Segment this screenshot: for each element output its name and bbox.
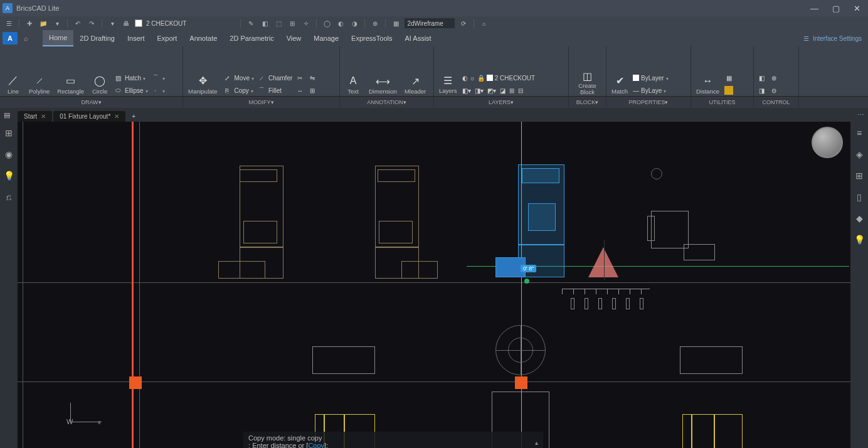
layer-state-5[interactable]: ⊞ [509,87,514,94]
tool-polyline[interactable]: ⟋Polyline [26,73,52,96]
redo-icon[interactable]: ↷ [87,18,97,28]
menu-home[interactable]: Home [43,30,73,46]
close-tab-icon[interactable]: ✕ [114,113,119,120]
menu-ai-assist[interactable]: AI Assist [398,30,437,46]
menu-expresstools[interactable]: ExpressTools [345,30,398,46]
tabs-menu-icon[interactable]: ▤ [4,111,10,119]
tool-icon-7[interactable]: ◐ [336,18,346,28]
prop-linetype[interactable]: —ByLaye [633,85,669,96]
command-expand-icon[interactable]: ▴ [535,439,538,446]
tool-fillet[interactable]: ⌒Fillet [257,85,292,96]
panel-icon-r2[interactable]: ◈ [856,149,863,159]
prop-color[interactable]: ByLayer [633,72,669,83]
panel-icon-4[interactable]: ⎌ [6,192,11,202]
ctrl-3[interactable]: ⊕ [769,72,779,83]
tool-match[interactable]: ✔Match [609,73,630,96]
tool-dimension[interactable]: ⟷Dimension [366,73,400,96]
tool-chamfer[interactable]: ⟋Chamfer [257,72,292,83]
tool-point[interactable]: · [151,85,165,96]
ctrl-2[interactable]: ◨ [756,85,766,96]
panel-icon-r3[interactable]: ⊞ [855,171,863,181]
panel-icon-2[interactable]: ◉ [5,149,13,159]
start-search-icon[interactable]: ⌕ [24,35,35,42]
menu-annotate[interactable]: Annotate [183,30,223,46]
tool-rectangle[interactable]: ▭Rectangle [55,73,87,96]
search-icon[interactable]: ⌕ [479,18,489,28]
interface-settings-link[interactable]: Interface Settings [813,35,862,42]
panel-icon-1[interactable]: ⊞ [5,128,13,138]
tab-start[interactable]: Start✕ [18,111,52,122]
panel-icon-r5[interactable]: ◆ [856,213,863,223]
tool-line[interactable]: ／Line [3,73,24,96]
save-icon[interactable]: ▾ [52,18,62,28]
tool-trim[interactable]: ✂ [295,72,305,83]
menu-export[interactable]: Export [151,30,184,46]
grip-marker[interactable] [515,376,527,389]
tool-icon-10[interactable]: ▦ [391,18,401,28]
tool-icon-5[interactable]: ✧ [301,18,311,28]
current-layer-name[interactable]: 2 CHECKOUT [146,20,186,27]
tool-icon-6[interactable]: ◯ [322,18,332,28]
tool-text[interactable]: AText [342,73,364,96]
menu-2d-drafting[interactable]: 2D Drafting [73,30,121,46]
print-icon[interactable]: 🖶 [121,18,131,28]
tool-manipulate[interactable]: ✥Manipulate [186,73,220,96]
layer-state-3[interactable]: ◩▾ [487,87,496,94]
layer-state-1[interactable]: ◧▾ [462,87,471,94]
new-tab-button[interactable]: + [127,111,140,122]
tab-fixture-layout[interactable]: 01 Fixture Layout*✕ [53,111,125,122]
tool-util-1[interactable]: ▦ [724,72,734,83]
tool-create-block[interactable]: ◫Create Block [571,68,603,96]
layer-state-2[interactable]: ◨▾ [475,87,484,94]
tool-arc[interactable]: ⌒ [151,72,165,83]
layer-state-4[interactable]: ◪ [500,87,505,94]
interface-settings-icon[interactable]: ☰ [803,35,809,42]
tabs-overflow-icon[interactable]: ⋯ [857,111,864,119]
minimize-button[interactable]: — [810,4,818,13]
menu-view[interactable]: View [280,30,308,46]
close-button[interactable]: ✕ [854,4,860,13]
new-icon[interactable]: ✚ [24,18,34,28]
menu-icon[interactable]: ☰ [4,18,14,28]
refresh-icon[interactable]: ⟳ [458,18,468,28]
tool-icon-9[interactable]: ⊕ [370,18,380,28]
panel-icon-3[interactable]: 💡 [4,171,14,181]
app-menu-button[interactable]: A [3,32,18,45]
ctrl-4[interactable]: ⊖ [769,85,779,96]
open-icon[interactable]: 📁 [38,18,48,28]
tool-move[interactable]: ⤢Move [222,72,253,83]
tool-array[interactable]: ⊞ [307,85,317,96]
tool-mirror[interactable]: ⇋ [307,72,317,83]
tool-mleader[interactable]: ↗Mleader [402,73,428,96]
ctrl-1[interactable]: ◧ [756,72,766,83]
menu-2d-parametric[interactable]: 2D Parametric [223,30,280,46]
maximize-button[interactable]: ▢ [832,4,840,13]
tool-ellipse[interactable]: ⬭Ellipse [113,85,147,96]
tool-circle[interactable]: ◯Circle [89,73,110,96]
tool-icon-2[interactable]: ◧ [260,18,270,28]
layer-dropdown[interactable]: ◐☼🔒2 CHECKOUT [462,72,536,83]
tool-layers[interactable]: ☰Layers [437,72,460,95]
drawing-viewport[interactable]: 0' 8" [18,122,850,448]
command-line[interactable]: Copy mode: single copy : Enter distance … [243,432,543,448]
grip-marker[interactable] [129,376,142,389]
panel-icon-r1[interactable]: ≡ [857,128,862,138]
panel-icon-r6[interactable]: 💡 [854,235,865,245]
tool-icon-4[interactable]: ⊞ [287,18,297,28]
undo-icon[interactable]: ↶ [73,18,83,28]
tool-distance[interactable]: ↔Distance [694,73,722,96]
tool-icon-3[interactable]: ⬚ [273,18,283,28]
navigation-sphere[interactable] [812,127,843,158]
layer-icon[interactable]: ▾ [107,18,117,28]
tool-hatch[interactable]: ▨Hatch [113,72,147,83]
menu-insert[interactable]: Insert [121,30,151,46]
tool-copy[interactable]: ⎘Copy [222,85,253,96]
tool-extend[interactable]: ↔ [295,85,305,96]
menu-manage[interactable]: Manage [307,30,345,46]
tool-icon-8[interactable]: ◑ [349,18,359,28]
visual-style-dropdown[interactable] [405,18,455,28]
tool-util-2[interactable] [724,85,734,96]
panel-icon-r4[interactable]: ▯ [857,192,862,202]
layer-state-6[interactable]: ⊟ [518,87,523,94]
tool-icon-1[interactable]: ✎ [246,18,256,28]
